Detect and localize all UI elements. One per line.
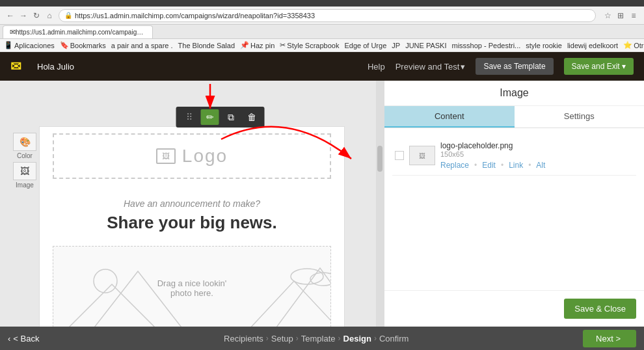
back-nav-btn[interactable]: ← xyxy=(5,10,16,21)
app-user: Hola Julio xyxy=(37,62,74,72)
logo-area[interactable]: 🖼 Logo xyxy=(53,133,331,179)
url-bar[interactable]: 🔒 https://us1.admin.mailchimp.com/campai… xyxy=(59,9,596,22)
preview-link[interactable]: Preview and Test ▾ xyxy=(396,62,466,72)
bookmarks-bar: 📱 Aplicaciones 🔖 Bookmarks a pair and a … xyxy=(0,39,644,52)
tab-settings[interactable]: Settings xyxy=(515,106,645,128)
browser-chrome xyxy=(0,0,644,7)
image-info-panel: 🖼 logo-placeholder.png 150x65 Replace • … xyxy=(384,128,644,183)
active-tab[interactable]: ✉ https://us1.admin.mailchimp.com/campai… xyxy=(3,25,153,38)
svg-marker-7 xyxy=(275,268,331,327)
image-filename: logo-placeholder.png xyxy=(440,141,545,150)
tab-content[interactable]: Content xyxy=(384,106,515,128)
bookmark-style[interactable]: ✂ Style Scrapbook xyxy=(280,41,339,49)
step-recipients[interactable]: Recipients xyxy=(224,334,263,343)
chevron-down-icon: ▾ xyxy=(461,62,465,72)
image-thumb-icon: 🖼 xyxy=(419,152,425,159)
edit-link[interactable]: Edit xyxy=(482,161,496,170)
drag-handle[interactable]: ⠿ xyxy=(180,109,198,125)
editor-content: 🖼 Logo Have an announcement to make? Sha… xyxy=(39,126,345,327)
bookmark-hazpin[interactable]: 📌 Haz pin xyxy=(240,41,275,49)
bookmark-blonde[interactable]: The Blonde Salad xyxy=(178,42,235,49)
browser-toolbar: ← → ↻ ⌂ 🔒 https://us1.admin.mailchimp.co… xyxy=(0,7,644,25)
bookmark-style-rookie[interactable]: style rookie xyxy=(526,42,562,49)
app-logo: ✉ xyxy=(10,59,21,74)
drop-text: Drag a nice lookin' photo here. xyxy=(157,278,227,298)
copy-icon: ⧉ xyxy=(228,112,234,123)
wizard-steps: Recipients › Setup › Template › Design ›… xyxy=(49,334,583,343)
back-arrow-icon: ‹ xyxy=(8,334,10,343)
right-panel-title: Image xyxy=(384,81,644,106)
forward-nav-btn[interactable]: → xyxy=(18,10,29,21)
bookmark-others[interactable]: ⭐ Otros favoritos xyxy=(623,41,644,49)
delete-button[interactable]: 🗑 xyxy=(243,109,261,125)
image-checkbox[interactable] xyxy=(395,151,404,160)
image-drop-area[interactable]: Drag a nice lookin' photo here. xyxy=(53,246,331,327)
editor-panel: 🎨 Color 🖼 Image xyxy=(0,81,384,327)
edit-button[interactable]: ✏ xyxy=(201,109,219,125)
logo-text: Logo xyxy=(182,146,228,167)
bookmark-btn[interactable]: ☆ xyxy=(602,10,613,21)
step-design[interactable]: Design xyxy=(343,334,371,343)
svg-point-5 xyxy=(94,269,117,293)
browser-nav[interactable]: ← → ↻ ⌂ xyxy=(5,10,55,21)
bookmark-jp[interactable]: JP xyxy=(392,42,400,49)
announcement-subtitle: Have an announcement to make? xyxy=(53,198,331,209)
app-header: ✉ Hola Julio Help Preview and Test ▾ Sav… xyxy=(0,52,644,81)
bookmark-lidewij[interactable]: lidewij edelkoort xyxy=(567,42,618,49)
tab-favicon: ✉ xyxy=(10,28,16,36)
bottom-bar: ‹ < Back Recipients › Setup › Template ›… xyxy=(0,327,644,350)
bookmark-missshop[interactable]: missshop - Pedestri... xyxy=(452,42,521,49)
tab-title: https://us1.admin.mailchimp.com/campaign… xyxy=(16,29,146,36)
bookmark-apps[interactable]: 📱 Aplicaciones xyxy=(4,41,55,49)
home-nav-btn[interactable]: ⌂ xyxy=(44,10,55,21)
scroll-bar[interactable] xyxy=(376,81,384,327)
bookmark-bookmarks[interactable]: 🔖 Bookmarks xyxy=(60,41,106,49)
step-template[interactable]: Template xyxy=(301,334,336,343)
edit-icon: ✏ xyxy=(206,112,214,122)
step-confirm[interactable]: Confirm xyxy=(379,334,409,343)
step-setup[interactable]: Setup xyxy=(271,334,293,343)
logo-placeholder: 🖼 Logo xyxy=(156,146,228,167)
color-label: Color xyxy=(17,152,33,159)
main-layout: 🎨 Color 🖼 Image xyxy=(0,81,644,327)
bookmark-pair[interactable]: a pair and a spare . xyxy=(111,42,173,49)
back-button[interactable]: ‹ < Back xyxy=(8,334,39,343)
bookmark-edge[interactable]: Edge of Urge xyxy=(344,42,386,49)
chevron-down-icon: ▾ xyxy=(622,62,626,71)
color-icon: 🎨 xyxy=(13,133,36,151)
svg-point-8 xyxy=(291,269,323,284)
delete-icon: 🗑 xyxy=(247,112,256,122)
announcement-section: Have an announcement to make? Share your… xyxy=(40,185,344,239)
image-thumbnail: 🖼 xyxy=(409,146,435,165)
alt-link[interactable]: Alt xyxy=(536,161,545,170)
image-icon: 🖼 xyxy=(13,162,36,180)
app-header-links: Help Preview and Test ▾ Save as Template… xyxy=(368,58,634,75)
next-button[interactable]: Next > xyxy=(583,330,636,347)
right-panel: Image Content Settings 🖼 logo-placeholde… xyxy=(384,81,644,327)
url-text: https://us1.admin.mailchimp.com/campaign… xyxy=(75,12,315,20)
save-template-button[interactable]: Save as Template xyxy=(476,58,553,75)
drag-icon: ⠿ xyxy=(186,112,193,122)
lock-icon: 🔒 xyxy=(64,12,72,19)
svg-marker-6 xyxy=(248,281,331,327)
image-actions: Replace • Edit • Link • Alt xyxy=(440,161,545,170)
save-exit-button[interactable]: Save and Exit ▾ xyxy=(564,58,634,75)
link-link[interactable]: Link xyxy=(509,161,523,170)
image-tool[interactable]: 🖼 Image xyxy=(13,162,36,189)
save-close-button[interactable]: Save & Close xyxy=(564,299,636,319)
panel-footer: Save & Close xyxy=(384,290,644,327)
replace-link[interactable]: Replace xyxy=(440,161,469,170)
color-tool[interactable]: 🎨 Color xyxy=(13,133,36,159)
image-details: logo-placeholder.png 150x65 Replace • Ed… xyxy=(440,141,545,170)
panel-tabs: Content Settings xyxy=(384,106,644,128)
image-info-row: 🖼 logo-placeholder.png 150x65 Replace • … xyxy=(392,136,636,176)
scroll-thumb[interactable] xyxy=(377,146,382,172)
copy-button[interactable]: ⧉ xyxy=(222,109,240,125)
refresh-nav-btn[interactable]: ↻ xyxy=(31,10,42,21)
bookmark-june[interactable]: JUNE PASKI xyxy=(405,42,446,49)
logo-img-icon: 🖼 xyxy=(156,148,176,164)
extensions-btn[interactable]: ⊞ xyxy=(615,10,626,21)
menu-btn[interactable]: ≡ xyxy=(628,10,639,21)
left-tools: 🎨 Color 🖼 Image xyxy=(13,133,36,189)
help-link[interactable]: Help xyxy=(368,62,385,72)
